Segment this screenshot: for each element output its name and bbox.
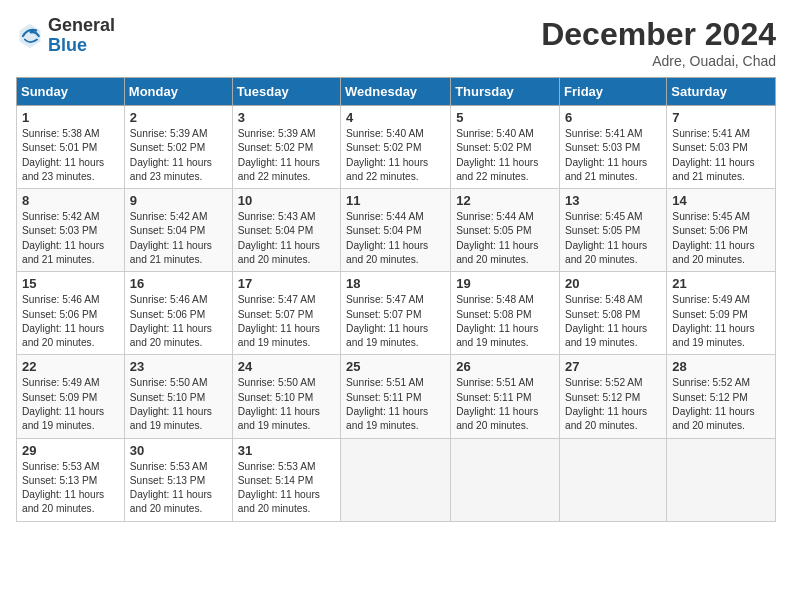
day-info: Sunrise: 5:53 AM Sunset: 5:14 PM Dayligh… xyxy=(238,460,335,517)
day-info: Sunrise: 5:47 AM Sunset: 5:07 PM Dayligh… xyxy=(346,293,445,350)
day-number: 30 xyxy=(130,443,227,458)
day-of-week-header: Tuesday xyxy=(232,78,340,106)
day-number: 26 xyxy=(456,359,554,374)
calendar-table: SundayMondayTuesdayWednesdayThursdayFrid… xyxy=(16,77,776,522)
calendar-day-cell: 20Sunrise: 5:48 AM Sunset: 5:08 PM Dayli… xyxy=(560,272,667,355)
day-info: Sunrise: 5:48 AM Sunset: 5:08 PM Dayligh… xyxy=(565,293,661,350)
day-number: 10 xyxy=(238,193,335,208)
calendar-day-cell: 15Sunrise: 5:46 AM Sunset: 5:06 PM Dayli… xyxy=(17,272,125,355)
day-info: Sunrise: 5:47 AM Sunset: 5:07 PM Dayligh… xyxy=(238,293,335,350)
title-block: December 2024 Adre, Ouadai, Chad xyxy=(541,16,776,69)
calendar-day-cell xyxy=(341,438,451,521)
calendar-day-cell: 23Sunrise: 5:50 AM Sunset: 5:10 PM Dayli… xyxy=(124,355,232,438)
calendar-day-cell: 24Sunrise: 5:50 AM Sunset: 5:10 PM Dayli… xyxy=(232,355,340,438)
calendar-day-cell: 9Sunrise: 5:42 AM Sunset: 5:04 PM Daylig… xyxy=(124,189,232,272)
calendar-day-cell: 17Sunrise: 5:47 AM Sunset: 5:07 PM Dayli… xyxy=(232,272,340,355)
day-info: Sunrise: 5:49 AM Sunset: 5:09 PM Dayligh… xyxy=(672,293,770,350)
calendar-day-cell: 1Sunrise: 5:38 AM Sunset: 5:01 PM Daylig… xyxy=(17,106,125,189)
calendar-day-cell xyxy=(667,438,776,521)
calendar-week-row: 29Sunrise: 5:53 AM Sunset: 5:13 PM Dayli… xyxy=(17,438,776,521)
day-number: 18 xyxy=(346,276,445,291)
location: Adre, Ouadai, Chad xyxy=(541,53,776,69)
calendar-day-cell: 16Sunrise: 5:46 AM Sunset: 5:06 PM Dayli… xyxy=(124,272,232,355)
calendar-week-row: 15Sunrise: 5:46 AM Sunset: 5:06 PM Dayli… xyxy=(17,272,776,355)
calendar-day-cell: 22Sunrise: 5:49 AM Sunset: 5:09 PM Dayli… xyxy=(17,355,125,438)
logo-icon xyxy=(16,22,44,50)
day-number: 8 xyxy=(22,193,119,208)
day-info: Sunrise: 5:45 AM Sunset: 5:05 PM Dayligh… xyxy=(565,210,661,267)
calendar-day-cell: 10Sunrise: 5:43 AM Sunset: 5:04 PM Dayli… xyxy=(232,189,340,272)
day-number: 17 xyxy=(238,276,335,291)
calendar-day-cell: 18Sunrise: 5:47 AM Sunset: 5:07 PM Dayli… xyxy=(341,272,451,355)
calendar-day-cell: 26Sunrise: 5:51 AM Sunset: 5:11 PM Dayli… xyxy=(451,355,560,438)
day-number: 4 xyxy=(346,110,445,125)
day-number: 25 xyxy=(346,359,445,374)
day-number: 28 xyxy=(672,359,770,374)
day-info: Sunrise: 5:40 AM Sunset: 5:02 PM Dayligh… xyxy=(456,127,554,184)
day-info: Sunrise: 5:39 AM Sunset: 5:02 PM Dayligh… xyxy=(238,127,335,184)
calendar-day-cell: 30Sunrise: 5:53 AM Sunset: 5:13 PM Dayli… xyxy=(124,438,232,521)
calendar-day-cell: 11Sunrise: 5:44 AM Sunset: 5:04 PM Dayli… xyxy=(341,189,451,272)
day-of-week-row: SundayMondayTuesdayWednesdayThursdayFrid… xyxy=(17,78,776,106)
calendar-day-cell: 25Sunrise: 5:51 AM Sunset: 5:11 PM Dayli… xyxy=(341,355,451,438)
calendar-day-cell: 28Sunrise: 5:52 AM Sunset: 5:12 PM Dayli… xyxy=(667,355,776,438)
calendar-day-cell: 29Sunrise: 5:53 AM Sunset: 5:13 PM Dayli… xyxy=(17,438,125,521)
day-of-week-header: Sunday xyxy=(17,78,125,106)
calendar-day-cell xyxy=(451,438,560,521)
day-of-week-header: Wednesday xyxy=(341,78,451,106)
calendar-day-cell: 27Sunrise: 5:52 AM Sunset: 5:12 PM Dayli… xyxy=(560,355,667,438)
day-info: Sunrise: 5:46 AM Sunset: 5:06 PM Dayligh… xyxy=(22,293,119,350)
day-number: 11 xyxy=(346,193,445,208)
day-number: 15 xyxy=(22,276,119,291)
day-info: Sunrise: 5:51 AM Sunset: 5:11 PM Dayligh… xyxy=(346,376,445,433)
day-info: Sunrise: 5:50 AM Sunset: 5:10 PM Dayligh… xyxy=(238,376,335,433)
day-info: Sunrise: 5:44 AM Sunset: 5:05 PM Dayligh… xyxy=(456,210,554,267)
day-info: Sunrise: 5:43 AM Sunset: 5:04 PM Dayligh… xyxy=(238,210,335,267)
month-title: December 2024 xyxy=(541,16,776,53)
logo: General Blue xyxy=(16,16,115,56)
day-info: Sunrise: 5:53 AM Sunset: 5:13 PM Dayligh… xyxy=(130,460,227,517)
day-info: Sunrise: 5:50 AM Sunset: 5:10 PM Dayligh… xyxy=(130,376,227,433)
calendar-day-cell: 21Sunrise: 5:49 AM Sunset: 5:09 PM Dayli… xyxy=(667,272,776,355)
day-number: 23 xyxy=(130,359,227,374)
day-info: Sunrise: 5:40 AM Sunset: 5:02 PM Dayligh… xyxy=(346,127,445,184)
day-info: Sunrise: 5:42 AM Sunset: 5:03 PM Dayligh… xyxy=(22,210,119,267)
calendar-day-cell: 12Sunrise: 5:44 AM Sunset: 5:05 PM Dayli… xyxy=(451,189,560,272)
calendar-week-row: 22Sunrise: 5:49 AM Sunset: 5:09 PM Dayli… xyxy=(17,355,776,438)
day-number: 7 xyxy=(672,110,770,125)
calendar-day-cell: 8Sunrise: 5:42 AM Sunset: 5:03 PM Daylig… xyxy=(17,189,125,272)
day-number: 29 xyxy=(22,443,119,458)
day-info: Sunrise: 5:52 AM Sunset: 5:12 PM Dayligh… xyxy=(565,376,661,433)
calendar-week-row: 1Sunrise: 5:38 AM Sunset: 5:01 PM Daylig… xyxy=(17,106,776,189)
day-number: 9 xyxy=(130,193,227,208)
day-info: Sunrise: 5:52 AM Sunset: 5:12 PM Dayligh… xyxy=(672,376,770,433)
calendar-body: 1Sunrise: 5:38 AM Sunset: 5:01 PM Daylig… xyxy=(17,106,776,522)
calendar-day-cell: 31Sunrise: 5:53 AM Sunset: 5:14 PM Dayli… xyxy=(232,438,340,521)
calendar-day-cell: 13Sunrise: 5:45 AM Sunset: 5:05 PM Dayli… xyxy=(560,189,667,272)
day-info: Sunrise: 5:41 AM Sunset: 5:03 PM Dayligh… xyxy=(565,127,661,184)
day-of-week-header: Thursday xyxy=(451,78,560,106)
day-info: Sunrise: 5:41 AM Sunset: 5:03 PM Dayligh… xyxy=(672,127,770,184)
calendar-day-cell: 3Sunrise: 5:39 AM Sunset: 5:02 PM Daylig… xyxy=(232,106,340,189)
page-header: General Blue December 2024 Adre, Ouadai,… xyxy=(16,16,776,69)
day-number: 5 xyxy=(456,110,554,125)
calendar-day-cell: 4Sunrise: 5:40 AM Sunset: 5:02 PM Daylig… xyxy=(341,106,451,189)
day-info: Sunrise: 5:39 AM Sunset: 5:02 PM Dayligh… xyxy=(130,127,227,184)
day-info: Sunrise: 5:44 AM Sunset: 5:04 PM Dayligh… xyxy=(346,210,445,267)
day-number: 2 xyxy=(130,110,227,125)
day-number: 24 xyxy=(238,359,335,374)
day-info: Sunrise: 5:48 AM Sunset: 5:08 PM Dayligh… xyxy=(456,293,554,350)
day-number: 1 xyxy=(22,110,119,125)
day-number: 21 xyxy=(672,276,770,291)
calendar-week-row: 8Sunrise: 5:42 AM Sunset: 5:03 PM Daylig… xyxy=(17,189,776,272)
day-info: Sunrise: 5:49 AM Sunset: 5:09 PM Dayligh… xyxy=(22,376,119,433)
day-number: 19 xyxy=(456,276,554,291)
calendar-day-cell: 5Sunrise: 5:40 AM Sunset: 5:02 PM Daylig… xyxy=(451,106,560,189)
day-number: 31 xyxy=(238,443,335,458)
day-number: 22 xyxy=(22,359,119,374)
day-number: 27 xyxy=(565,359,661,374)
calendar-day-cell: 2Sunrise: 5:39 AM Sunset: 5:02 PM Daylig… xyxy=(124,106,232,189)
calendar-day-cell: 6Sunrise: 5:41 AM Sunset: 5:03 PM Daylig… xyxy=(560,106,667,189)
calendar-day-cell: 19Sunrise: 5:48 AM Sunset: 5:08 PM Dayli… xyxy=(451,272,560,355)
day-number: 20 xyxy=(565,276,661,291)
